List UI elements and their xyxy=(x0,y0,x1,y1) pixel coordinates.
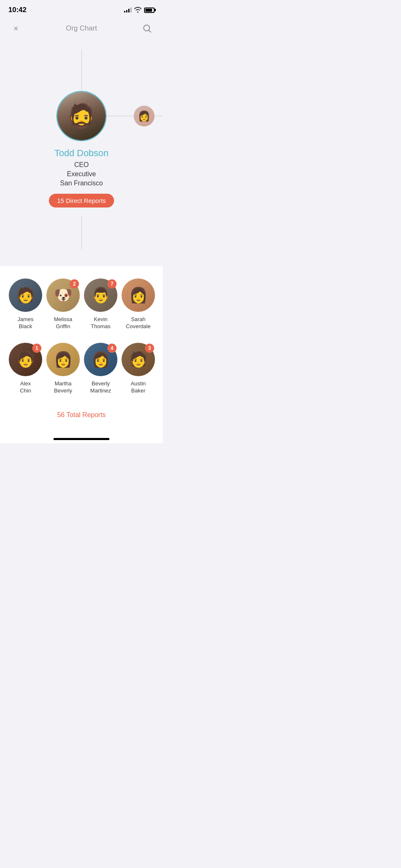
side-avatar[interactable]: 👩 xyxy=(134,106,155,127)
home-bar xyxy=(53,438,109,440)
report-badge-melissa: 2 xyxy=(70,279,79,288)
report-item-james[interactable]: 🧑 JamesBlack xyxy=(7,278,44,330)
report-name-austin: AustinBaker xyxy=(131,380,146,395)
report-name-james: JamesBlack xyxy=(18,316,33,330)
report-badge-alex: 1 xyxy=(32,344,41,353)
report-avatar-wrap-james: 🧑 xyxy=(9,278,42,312)
connector-bottom xyxy=(81,216,82,249)
report-avatar-wrap-sarah: 👩 xyxy=(122,278,155,312)
home-indicator xyxy=(0,431,163,443)
report-item-sarah[interactable]: 👩 SarahCoverdale xyxy=(119,278,156,330)
total-reports[interactable]: 56 Total Reports xyxy=(7,407,156,423)
status-time: 10:42 xyxy=(8,6,26,14)
main-person-location: San Francisco xyxy=(49,180,114,187)
report-item-beverly[interactable]: 👩 4 BeverlyMartinez xyxy=(82,343,119,395)
report-item-austin[interactable]: 🧑 3 AustinBaker xyxy=(119,343,156,395)
signal-icon xyxy=(124,8,132,13)
report-avatar-wrap-austin: 🧑 3 xyxy=(122,343,155,376)
main-avatar[interactable]: 🧔 xyxy=(56,91,107,141)
report-name-sarah: SarahCoverdale xyxy=(126,316,150,330)
svg-line-1 xyxy=(149,30,151,33)
report-name-martha: MarthaBeverly xyxy=(54,380,72,395)
report-name-beverly: BeverlyMartinez xyxy=(90,380,111,395)
close-button[interactable]: × xyxy=(8,21,23,36)
page-title: Org Chart xyxy=(66,24,97,33)
report-item-kevin[interactable]: 👨 7 KevinThomas xyxy=(82,278,119,330)
report-badge-beverly: 4 xyxy=(107,344,117,353)
report-name-kevin: KevinThomas xyxy=(91,316,111,330)
report-avatar-sarah: 👩 xyxy=(122,278,155,312)
report-avatar-wrap-alex: 🧑 1 xyxy=(9,343,42,376)
main-person-title: CEO xyxy=(49,161,114,169)
report-avatar-martha: 👩 xyxy=(46,343,80,376)
report-name-alex: AlexChin xyxy=(20,380,31,395)
report-item-alex[interactable]: 🧑 1 AlexChin xyxy=(7,343,44,395)
direct-reports-badge[interactable]: 15 Direct Reports xyxy=(49,194,114,208)
report-avatar-wrap-martha: 👩 xyxy=(46,343,80,376)
report-item-martha[interactable]: 👩 MarthaBeverly xyxy=(44,343,82,395)
battery-icon xyxy=(144,8,155,13)
org-chart-top: 🧔 👩 Todd Dobson CEO Executive San Franci… xyxy=(0,41,163,266)
main-person-info: Todd Dobson CEO Executive San Francisco … xyxy=(49,148,114,208)
report-badge-kevin: 7 xyxy=(107,279,117,288)
main-person-department: Executive xyxy=(49,170,114,178)
reports-row-2: 🧑 1 AlexChin 👩 MarthaBeverly 👩 4 Beverly… xyxy=(7,343,156,399)
main-node-row: 🧔 👩 xyxy=(0,91,163,141)
report-item-melissa[interactable]: 🐶 2 MelissaGriffin xyxy=(44,278,82,330)
report-avatar-wrap-melissa: 🐶 2 xyxy=(46,278,80,312)
report-avatar-james: 🧑 xyxy=(9,278,42,312)
reports-row-1: 🧑 JamesBlack 🐶 2 MelissaGriffin 👨 7 Kevi… xyxy=(7,278,156,334)
report-avatar-wrap-kevin: 👨 7 xyxy=(84,278,117,312)
report-avatar-wrap-beverly: 👩 4 xyxy=(84,343,117,376)
reports-section: 🧑 JamesBlack 🐶 2 MelissaGriffin 👨 7 Kevi… xyxy=(0,266,163,431)
main-person-name[interactable]: Todd Dobson xyxy=(49,148,114,159)
report-badge-austin: 3 xyxy=(145,344,154,353)
report-name-melissa: MelissaGriffin xyxy=(54,316,72,330)
status-icons xyxy=(124,7,155,14)
wifi-icon xyxy=(134,7,142,14)
search-button[interactable] xyxy=(140,21,155,36)
nav-bar: × Org Chart xyxy=(0,18,163,41)
connector-top xyxy=(81,49,82,91)
status-bar: 10:42 xyxy=(0,0,163,18)
